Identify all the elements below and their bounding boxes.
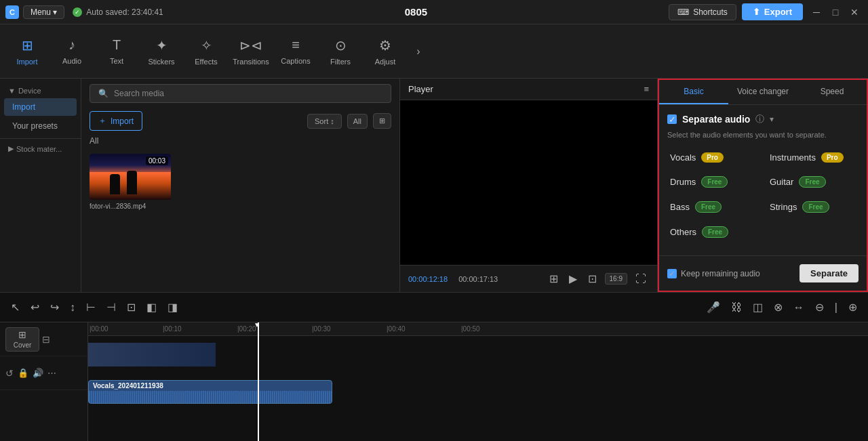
import-button[interactable]: ＋ Import (90, 111, 142, 131)
cover-icon: ⊞ (18, 329, 26, 340)
tool-effects[interactable]: ✧ Effects (184, 28, 228, 75)
audio-item-strings[interactable]: Strings Free (767, 198, 859, 215)
plus-icon: ＋ (98, 115, 106, 127)
sidebar-item-import[interactable]: Import (4, 98, 77, 116)
effects-icon: ✧ (201, 37, 212, 54)
timeline-trim-right[interactable]: ⊣ (104, 298, 119, 316)
maximize-button[interactable]: □ (827, 4, 844, 20)
sidebar-item-your-presets[interactable]: Your presets (4, 117, 77, 135)
timeline-mic[interactable]: 🎤 (704, 298, 723, 316)
player-menu-button[interactable]: ≡ (644, 84, 649, 94)
cover-button[interactable]: ⊞ Cover (5, 327, 39, 352)
keep-remaining-audio-checkbox[interactable]: ✓ Keep remaining audio (667, 269, 760, 278)
timeline-chain[interactable]: ⊗ (771, 298, 785, 316)
separate-audio-checkbox[interactable]: ✓ (667, 114, 677, 124)
timeline: ↖ ↩ ↪ ↕ ⊢ ⊣ ⊡ ◧ ◨ 🎤 ⛓ ◫ ⊗ ↔ ⊖ | ⊕ ⊞ Cove… (0, 292, 868, 441)
shortcuts-button[interactable]: ⌨ Shortcuts (669, 4, 736, 20)
audio-item-bass[interactable]: Bass Free (667, 198, 759, 215)
timeline-link[interactable]: ⛓ (728, 299, 745, 316)
text-icon: T (113, 37, 121, 53)
timeline-select-tool[interactable]: ↖ (8, 298, 22, 316)
timeline-audio-track-header: ↺ 🔒 🔊 ⋯ (0, 356, 87, 390)
tool-text[interactable]: T Text (95, 28, 138, 75)
instruments-badge: Pro (821, 152, 844, 163)
timeline-split[interactable]: ↕ (67, 299, 78, 316)
tool-filters[interactable]: ⊙ Filters (319, 28, 362, 75)
timeline-zoom-out[interactable]: ⊖ (812, 298, 827, 316)
timeline-playhead[interactable] (258, 322, 259, 441)
video-track-clip[interactable] (88, 343, 216, 366)
sort-button[interactable]: Sort ↕ (307, 114, 342, 129)
info-icon: ⓘ (755, 113, 764, 125)
timeline-content: Vocals_202401211938 (88, 336, 868, 441)
separate-button[interactable]: Separate (800, 264, 859, 282)
close-button[interactable]: ✕ (846, 4, 863, 20)
timeline-redo[interactable]: ↪ (47, 298, 62, 316)
audio-item-vocals[interactable]: Vocals Pro (667, 150, 759, 165)
keep-audio-check-box: ✓ (667, 269, 677, 278)
right-panel-content: ✓ Separate audio ⓘ ▾ Select the audio el… (659, 105, 867, 255)
project-name: 0805 (172, 6, 660, 18)
strings-badge: Free (802, 201, 829, 213)
drums-label: Drums (670, 177, 696, 187)
others-label: Others (670, 227, 696, 237)
timeline-arrows[interactable]: ↔ (791, 299, 807, 316)
search-input-wrapper[interactable]: 🔍 Search media (90, 84, 391, 103)
toolbar-more-button[interactable]: › (408, 28, 429, 75)
tool-audio[interactable]: ♪ Audio (50, 28, 94, 75)
fullscreen-button[interactable]: ⛶ (633, 270, 649, 288)
autosave-dot: ✓ (73, 7, 82, 17)
drums-badge: Free (701, 176, 728, 188)
timeline-shield-right[interactable]: ◨ (165, 298, 180, 316)
audio-item-drums[interactable]: Drums Free (667, 173, 759, 190)
main-toolbar: ⊞ Import ♪ Audio T Text ✦ Stickers ✧ Eff… (0, 24, 868, 79)
timeline-plus-circle[interactable]: ⊕ (846, 298, 860, 316)
guitar-label: Guitar (770, 177, 793, 187)
timeline-undo[interactable]: ↩ (28, 298, 42, 316)
export-icon: ⬆ (753, 7, 760, 17)
tool-adjust[interactable]: ⚙ Adjust (363, 28, 407, 75)
timeline-divider-icon[interactable]: | (832, 299, 840, 316)
timeline-magnet[interactable]: ◫ (750, 298, 766, 316)
all-filter-button[interactable]: All (347, 114, 368, 129)
player-title: Player (408, 84, 433, 94)
timeline-shield-left[interactable]: ◧ (144, 298, 159, 316)
timeline-video-track-header: ⊞ Cover ⊟ (0, 322, 87, 356)
filter-button[interactable]: ⊞ (373, 113, 391, 129)
all-section-label: All (81, 133, 399, 148)
time-mark-5: |00:50 (461, 325, 480, 333)
audio-track-clip[interactable]: Vocals_202401211938 (88, 380, 332, 404)
aspect-ratio-badge: 16:9 (605, 273, 627, 285)
device-section-header: ▼ Device (0, 84, 81, 98)
timeline-delete[interactable]: ⊡ (124, 298, 138, 316)
export-button[interactable]: ⬆ Export (742, 3, 803, 20)
media-thumbnail: 00:03 (90, 154, 171, 200)
menu-button[interactable]: Menu ▾ (23, 5, 64, 19)
audio-item-others[interactable]: Others Free (667, 224, 759, 240)
audio-item-instruments[interactable]: Instruments Pro (767, 150, 859, 165)
search-placeholder: Search media (114, 89, 164, 98)
media-file-item[interactable]: 00:03 fotor-vi...2836.mp4 (90, 154, 171, 210)
grid-view-button[interactable]: ⊞ (547, 270, 561, 288)
tool-captions[interactable]: ≡ Captions (274, 28, 317, 75)
more-icon[interactable]: ⋯ (47, 368, 56, 378)
autosave-status: ✓ Auto saved: 23:40:41 (73, 7, 163, 17)
divider (0, 138, 81, 139)
tab-speed[interactable]: Speed (797, 80, 867, 104)
player-controls: 00:00:12:18 00:00:17:13 ⊞ ▶ ⊡ 16:9 ⛶ (400, 265, 657, 292)
audio-item-guitar[interactable]: Guitar Free (767, 173, 859, 190)
tool-import[interactable]: ⊞ Import (5, 28, 49, 75)
time-mark-4: |00:40 (387, 325, 406, 333)
play-button[interactable]: ▶ (566, 270, 580, 288)
left-panel: ▼ Device Import Your presets ▶ Stock mat… (0, 79, 81, 292)
tool-transitions[interactable]: ⊳⊲ Transitions (229, 28, 273, 75)
crop-button[interactable]: ⊡ (585, 270, 599, 288)
timeline-trim-left[interactable]: ⊢ (83, 298, 98, 316)
audio-waveform (89, 391, 332, 403)
tab-voice-changer[interactable]: Voice changer (728, 80, 797, 104)
search-bar: 🔍 Search media (81, 79, 399, 108)
tool-stickers[interactable]: ✦ Stickers (140, 28, 183, 75)
minimize-button[interactable]: ─ (808, 4, 825, 20)
tab-basic[interactable]: Basic (659, 80, 728, 104)
player-video-area (400, 100, 657, 265)
